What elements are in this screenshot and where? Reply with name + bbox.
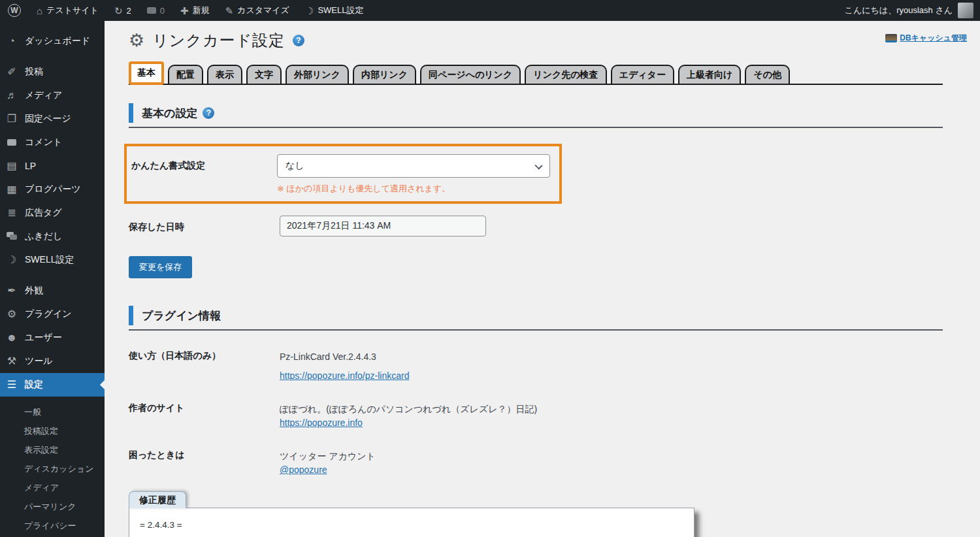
tab-same-page-links[interactable]: 同ページへのリンク (420, 65, 521, 84)
swell-settings-link[interactable]: ☽ SWELL設定 (297, 0, 372, 21)
help-contact-row: 困ったときは ツイッター アカウント @popozure (129, 449, 943, 477)
sidebar-item-appearance[interactable]: ✒ 外観 (0, 279, 105, 302)
author-site-link[interactable]: https://popozure.info (280, 417, 363, 428)
sidebar-item-label: 広告タグ (25, 207, 62, 219)
submenu-item-privacy[interactable]: プライバシー (0, 516, 105, 535)
admin-bar-right: こんにちは、ryouslash さん (845, 0, 980, 21)
sidebar-item-users[interactable]: ☻ ユーザー (0, 326, 105, 350)
sidebar-item-tools[interactable]: ⚒ ツール (0, 350, 105, 373)
db-cache-link[interactable]: DBキャッシュ管理 (900, 33, 967, 44)
tab-editor[interactable]: エディター (611, 65, 674, 84)
tab-display[interactable]: 表示 (207, 65, 242, 84)
sidebar-item-plugins[interactable]: ⚙ プラグイン (0, 302, 105, 326)
submenu-item-permalinks[interactable]: パーマリンク (0, 497, 105, 516)
speech-bubbles-icon (5, 231, 18, 242)
author-site-row: 作者のサイト ぽぽづれ。(ぽぽろんのパソコンつれづれ（ズレズレ？）日記) htt… (129, 402, 943, 430)
new-content-menu[interactable]: ✚ 新規 (172, 0, 218, 21)
comment-bubble-icon (147, 7, 156, 14)
tab-advanced[interactable]: 上級者向け (678, 65, 741, 84)
usage-link[interactable]: https://popozure.info/pz-linkcard (280, 370, 409, 381)
usage-label: 使い方（日本語のみ） (129, 350, 280, 383)
tab-link-check[interactable]: リンク先の検査 (525, 65, 606, 84)
site-name-link[interactable]: ⌂ テストサイト (29, 0, 106, 21)
sidebar-item-label: ブログパーツ (25, 184, 81, 195)
site-name-label: テストサイト (46, 5, 99, 16)
twitter-account-link[interactable]: @popozure (280, 464, 327, 475)
usage-value: Pz-LinkCard Ver.2.4.4.3 https://popozure… (280, 350, 409, 383)
sidebar-item-lp[interactable]: ▤ LP (0, 154, 105, 178)
sidebar-item-label: ふきだし (25, 231, 62, 242)
brush-icon: ✎ (225, 6, 234, 16)
user-greeting[interactable]: こんにちは、ryouslash さん (845, 5, 953, 16)
swell-icon: ☽ (305, 6, 314, 16)
sidebar-item-pages[interactable]: ❐ 固定ページ (0, 107, 105, 131)
updates-count: 2 (126, 6, 131, 16)
tab-external-links[interactable]: 外部リンク (286, 65, 349, 84)
help-icon[interactable]: ? (293, 35, 304, 46)
submenu-item-discussion[interactable]: ディスカッション (0, 459, 105, 478)
changelog-box: = 2.4.4.3 = * 設定画面の「エディタ」タブの「テキストリンク行を変換… (129, 508, 694, 537)
kantan-format-label: かんたん書式設定 (129, 154, 277, 195)
changelog-line: = 2.4.4.3 = (140, 517, 683, 534)
sidebar-item-label: ユーザー (25, 332, 62, 344)
saved-datetime-row: 保存した日時 (129, 216, 943, 236)
settings-icon: ☰ (5, 380, 18, 390)
admin-sidebar: ◔ ダッシュボード ✐ 投稿 ♬ メディア ❐ 固定ページ コメント ▤ LP … (0, 21, 105, 537)
submenu-item-writing[interactable]: 投稿設定 (0, 421, 105, 440)
sidebar-item-label: 固定ページ (25, 113, 71, 125)
author-site-value: ぽぽづれ。(ぽぽろんのパソコンつれづれ（ズレズレ？）日記) https://po… (280, 402, 537, 430)
comments-link[interactable]: 0 (139, 0, 172, 21)
sidebar-item-fukidashi[interactable]: ふきだし (0, 225, 105, 248)
saved-datetime-label: 保存した日時 (129, 216, 280, 236)
sidebar-item-swell-settings[interactable]: ☽ SWELL設定 (0, 248, 105, 272)
users-icon: ☻ (5, 333, 18, 343)
sidebar-item-posts[interactable]: ✐ 投稿 (0, 60, 105, 84)
pushpin-icon: ✐ (5, 67, 18, 77)
sidebar-item-dashboard[interactable]: ◔ ダッシュボード (0, 29, 105, 53)
sidebar-item-settings[interactable]: ☰ 設定 (0, 373, 105, 397)
sidebar-item-ad-tags[interactable]: ≣ 広告タグ (0, 201, 105, 225)
books-icon: ≣ (5, 208, 18, 218)
pages-icon: ❐ (5, 114, 18, 124)
section-accent-bar (129, 306, 133, 325)
tab-others[interactable]: その他 (745, 65, 790, 84)
sidebar-item-label: ツール (25, 355, 53, 367)
help-icon[interactable]: ? (203, 107, 214, 119)
tab-internal-links[interactable]: 内部リンク (353, 65, 416, 84)
sidebar-item-media[interactable]: ♬ メディア (0, 84, 105, 107)
layout-icon: ▦ (5, 184, 18, 195)
admin-bar: W ⌂ テストサイト ↻ 2 0 ✚ 新規 ✎ カスタマイズ (0, 0, 980, 21)
sidebar-item-comments[interactable]: コメント (0, 131, 105, 154)
plugin-icon: ⚙ (5, 309, 18, 319)
help-contact-label: 困ったときは (129, 449, 280, 477)
admin-bar-left: W ⌂ テストサイト ↻ 2 0 ✚ 新規 ✎ カスタマイズ (0, 0, 371, 21)
sidebar-item-blog-parts[interactable]: ▦ ブログパーツ (0, 178, 105, 201)
wordpress-admin-page: W ⌂ テストサイト ↻ 2 0 ✚ 新規 ✎ カスタマイズ (0, 0, 980, 537)
kantan-format-field: なし ※ ほかの項目よりも優先して適用されます。 (277, 154, 550, 195)
wordpress-logo-icon: W (8, 4, 21, 17)
db-cache-manage: DBキャッシュ管理 (885, 33, 967, 44)
customize-label: カスタマイズ (237, 5, 289, 16)
page-header: ⚙ リンクカード設定 ? (129, 30, 943, 51)
section-title: 基本の設定 (142, 106, 197, 121)
gear-icon: ⚙ (129, 32, 144, 50)
submenu-item-media[interactable]: メディア (0, 478, 105, 497)
tab-layout[interactable]: 配置 (168, 65, 203, 84)
settings-tabs: 基本 配置 表示 文字 外部リンク 内部リンク 同ページへのリンク リンク先の検… (129, 61, 943, 85)
saved-datetime-input[interactable] (280, 216, 486, 236)
changelog-tab[interactable]: 修正履歴 (129, 491, 186, 508)
submenu-item-reading[interactable]: 表示設定 (0, 440, 105, 459)
sidebar-item-label: SWELL設定 (25, 254, 74, 266)
sidebar-item-label: 投稿 (25, 66, 43, 78)
kantan-format-select[interactable]: なし (277, 154, 550, 178)
sidebar-item-label: LP (25, 161, 36, 171)
save-changes-button[interactable]: 変更を保存 (129, 256, 192, 278)
tab-basic[interactable]: 基本 (129, 61, 164, 85)
user-avatar[interactable] (958, 3, 973, 18)
updates-link[interactable]: ↻ 2 (106, 0, 139, 21)
customize-link[interactable]: ✎ カスタマイズ (218, 0, 297, 21)
tab-text[interactable]: 文字 (246, 65, 282, 84)
submenu-item-general[interactable]: 一般 (0, 402, 105, 421)
wordpress-menu[interactable]: W (0, 0, 29, 21)
comments-count: 0 (160, 6, 165, 16)
